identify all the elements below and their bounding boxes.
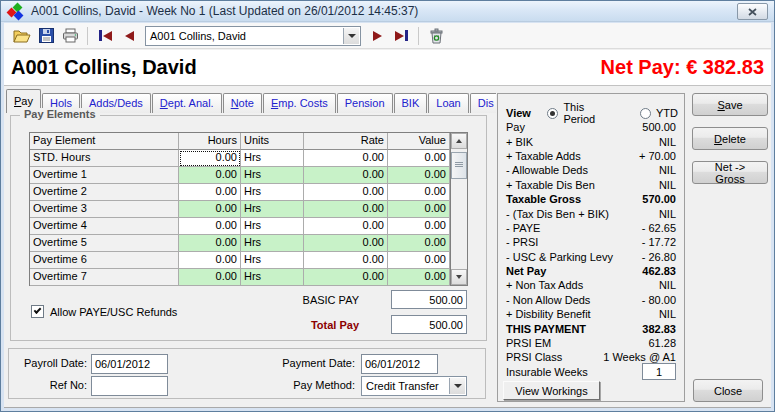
- summary-value: NIL: [659, 163, 676, 177]
- cell-units[interactable]: Hrs: [241, 167, 304, 184]
- ref-no-input[interactable]: [91, 376, 168, 396]
- summary-label: + Disbility Benefit: [506, 307, 591, 321]
- radio-selected-icon: [547, 108, 558, 119]
- scroll-up-icon[interactable]: [451, 133, 467, 149]
- view-workings-button[interactable]: View Workings: [503, 381, 600, 400]
- cell-units[interactable]: Hrs: [241, 201, 304, 218]
- next-record-icon[interactable]: [365, 26, 389, 46]
- cell-rate[interactable]: 0.00: [304, 235, 388, 252]
- cell-hours[interactable]: 0.00: [179, 252, 241, 269]
- tab-dept-anal[interactable]: Dept. Anal.: [152, 93, 222, 113]
- tab-note[interactable]: Note: [223, 93, 262, 113]
- cell-value[interactable]: 0.00: [388, 218, 450, 235]
- cell-value[interactable]: 0.00: [388, 235, 450, 252]
- window-title: A001 Collins, David - Week No 1 (Last Up…: [31, 4, 418, 18]
- table-row: Overtime 40.00Hrs0.000.00: [30, 218, 467, 235]
- cell-rate[interactable]: 0.00: [304, 218, 388, 235]
- cell-value[interactable]: 0.00: [388, 184, 450, 201]
- cell-name: Overtime 6: [30, 252, 179, 269]
- cell-units[interactable]: Hrs: [241, 235, 304, 252]
- tab-emp-costs[interactable]: Emp. Costs: [263, 93, 336, 113]
- open-file-icon[interactable]: [10, 25, 34, 47]
- allow-refunds-checkbox[interactable]: Allow PAYE/USC Refunds: [31, 305, 177, 318]
- save-button[interactable]: Save: [692, 93, 768, 116]
- summary-label: PRSI Class: [506, 350, 562, 364]
- summary-value: NIL: [659, 178, 676, 192]
- insurable-weeks-input[interactable]: [642, 363, 676, 380]
- cell-hours[interactable]: 0.00: [179, 184, 241, 201]
- summary-label: Insurable Weeks: [506, 365, 588, 379]
- basic-pay-label: BASIC PAY: [251, 294, 359, 306]
- app-window: A001 Collins, David - Week No 1 (Last Up…: [0, 0, 775, 412]
- cell-hours[interactable]: 0.00: [179, 218, 241, 235]
- print-icon[interactable]: [58, 25, 82, 47]
- tab-loan[interactable]: Loan: [428, 93, 468, 113]
- cell-rate[interactable]: 0.00: [304, 269, 388, 286]
- cell-rate[interactable]: 0.00: [304, 201, 388, 218]
- cell-units[interactable]: Hrs: [241, 252, 304, 269]
- tab-bik[interactable]: BIK: [394, 93, 428, 113]
- delete-button[interactable]: Delete: [692, 127, 768, 150]
- summary-value: NIL: [659, 207, 676, 221]
- summary-row: - USC & Parking Levy- 26.80: [506, 250, 676, 264]
- summary-value: - 80.00: [642, 293, 676, 307]
- dates-group: Payroll Date: Ref No: Payment Date: Pay …: [8, 348, 486, 399]
- basic-pay-input[interactable]: [391, 290, 467, 309]
- previous-record-icon[interactable]: [117, 26, 141, 46]
- cell-units[interactable]: Hrs: [241, 269, 304, 286]
- summary-value: NIL: [659, 307, 676, 321]
- cell-rate[interactable]: 0.00: [304, 252, 388, 269]
- cell-value[interactable]: 0.00: [388, 150, 450, 167]
- pay-method-select[interactable]: Credit Transfer: [361, 376, 467, 396]
- chevron-down-icon[interactable]: [449, 378, 465, 394]
- table-scrollbar[interactable]: [450, 133, 467, 285]
- column-header: Hours: [179, 133, 241, 150]
- last-record-icon[interactable]: [389, 26, 413, 46]
- summary-label: - PAYE: [506, 221, 540, 235]
- net-to-gross-button[interactable]: Net -> Gross: [692, 161, 768, 184]
- tab-pension[interactable]: Pension: [337, 93, 393, 113]
- cell-hours[interactable]: 0.00: [179, 150, 241, 167]
- summary-label: + Non Tax Adds: [506, 278, 583, 292]
- summary-row: - PAYE- 62.65: [506, 221, 676, 235]
- summary-value: 500.00: [642, 120, 676, 134]
- summary-row: + Taxable Adds+ 70.00: [506, 149, 676, 163]
- cell-units[interactable]: Hrs: [241, 184, 304, 201]
- payment-date-input[interactable]: [361, 354, 438, 374]
- chevron-down-icon[interactable]: [343, 28, 359, 44]
- cell-units[interactable]: Hrs: [241, 218, 304, 235]
- summary-label: - USC & Parking Levy: [506, 250, 613, 264]
- scroll-down-icon[interactable]: [451, 269, 467, 285]
- table-row: STD. Hours0.00Hrs0.000.00: [30, 150, 467, 167]
- save-icon[interactable]: [34, 25, 58, 47]
- close-icon[interactable]: [737, 3, 768, 20]
- cell-hours[interactable]: 0.00: [179, 235, 241, 252]
- cell-value[interactable]: 0.00: [388, 167, 450, 184]
- tab-dis-ben[interactable]: Dis Ben: [470, 93, 496, 113]
- cell-value[interactable]: 0.00: [388, 269, 450, 286]
- column-header: Rate: [304, 133, 388, 150]
- cell-rate[interactable]: 0.00: [304, 184, 388, 201]
- cell-hours[interactable]: 0.00: [179, 201, 241, 218]
- cell-value[interactable]: 0.00: [388, 252, 450, 269]
- summary-value: 462.83: [642, 264, 676, 278]
- cell-name: Overtime 3: [30, 201, 179, 218]
- employee-name: A001 Collins, David: [11, 56, 197, 79]
- close-button[interactable]: Close: [693, 379, 763, 402]
- delete-record-icon[interactable]: [424, 25, 448, 47]
- radio-ytd[interactable]: YTD: [640, 107, 678, 119]
- cell-hours[interactable]: 0.00: [179, 167, 241, 184]
- first-record-icon[interactable]: [93, 26, 117, 46]
- cell-units[interactable]: Hrs: [241, 150, 304, 167]
- scroll-thumb[interactable]: [451, 152, 467, 179]
- summary-row: - (Tax Dis Ben + BIK)NIL: [506, 206, 676, 220]
- total-pay-input[interactable]: [391, 315, 467, 334]
- payroll-date-input[interactable]: [91, 354, 168, 374]
- summary-row: + Taxable Dis BenNIL: [506, 178, 676, 192]
- cell-rate[interactable]: 0.00: [304, 167, 388, 184]
- table-row: Overtime 50.00Hrs0.000.00: [30, 235, 467, 252]
- cell-value[interactable]: 0.00: [388, 201, 450, 218]
- cell-hours[interactable]: 0.00: [179, 269, 241, 286]
- cell-rate[interactable]: 0.00: [304, 150, 388, 167]
- employee-combo[interactable]: A001 Collins, David: [145, 26, 361, 46]
